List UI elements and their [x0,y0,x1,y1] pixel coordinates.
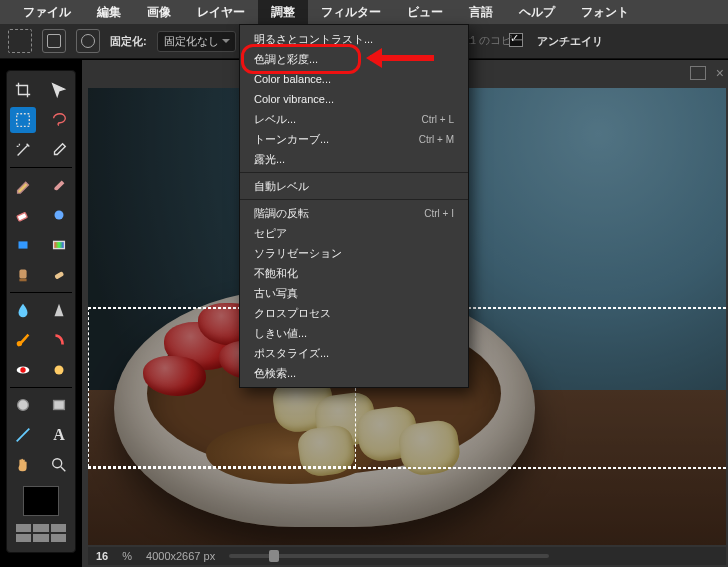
tool-eraser[interactable] [10,202,36,228]
tool-gradient[interactable] [46,232,72,258]
menu-font[interactable]: フォント [568,0,642,24]
menu-item-posterize[interactable]: ポスタライズ... [240,343,468,363]
tool-move[interactable] [46,77,72,103]
selection-edge [88,467,726,469]
tool-clone[interactable] [10,262,36,288]
tool-shape[interactable] [10,392,36,418]
menu-filter[interactable]: フィルター [308,0,394,24]
antialias-label: アンチエイリ [537,34,603,49]
toolbox: A [6,70,76,553]
tool-wand[interactable] [10,137,36,163]
menu-item-oldphoto[interactable]: 古い写真 [240,283,468,303]
zoom-value[interactable]: 16 [96,550,108,562]
tool-smudge[interactable] [46,202,72,228]
tool-picker[interactable] [46,137,72,163]
menu-view[interactable]: ビュー [394,0,456,24]
menu-item-levels[interactable]: レベル...Ctrl + L [240,109,468,129]
svg-point-11 [55,366,64,375]
zoom-slider[interactable] [229,554,549,558]
svg-point-14 [53,459,62,468]
tool-bucket[interactable] [10,232,36,258]
color-swatch[interactable] [23,486,59,516]
tool-brush[interactable] [46,172,72,198]
menubar: ファイル 編集 画像 レイヤー 調整 フィルター ビュー 言語 ヘルプ フォント [0,0,728,24]
svg-rect-5 [19,270,26,279]
menu-item-vibrance[interactable]: Color vibrance... [240,89,468,109]
menu-item-autolevels[interactable]: 自動レベル [240,176,468,196]
adjust-menu: 明るさとコントラスト... 色調と彩度... Color balance... … [239,24,469,388]
tool-sharpen[interactable] [46,297,72,323]
svg-rect-0 [17,114,30,127]
tool-redeye[interactable] [10,357,36,383]
menu-item-desaturate[interactable]: 不飽和化 [240,263,468,283]
tool-hand[interactable] [10,452,36,478]
menu-item-sepia[interactable]: セピア [240,223,468,243]
tool-marquee[interactable] [10,107,36,133]
lock-label: 固定化: [110,34,147,49]
tool-dodge[interactable] [10,327,36,353]
svg-point-12 [18,400,29,411]
panel-float-icon[interactable] [690,66,706,80]
menu-item-curves[interactable]: トーンカーブ...Ctrl + M [240,129,468,149]
menu-adjust[interactable]: 調整 [258,0,308,24]
shape-rect-icon[interactable] [42,29,66,53]
tool-text[interactable]: A [46,422,72,448]
menu-item-exposure[interactable]: 露光... [240,149,468,169]
tool-pencil[interactable] [10,172,36,198]
menu-file[interactable]: ファイル [10,0,84,24]
svg-rect-1 [17,212,27,221]
tool-crop[interactable] [10,77,36,103]
tool-heal[interactable] [46,262,72,288]
status-bar: 16 % 4000x2667 px [88,547,726,565]
menu-item-solarize[interactable]: ソラリゼーション [240,243,468,263]
lock-select[interactable]: 固定化なし [157,31,236,52]
svg-rect-13 [54,401,65,410]
menu-item-color-balance[interactable]: Color balance... [240,69,468,89]
menu-item-crossprocess[interactable]: クロスプロセス [240,303,468,323]
tool-zoom[interactable] [46,452,72,478]
menu-item-threshold[interactable]: しきい値... [240,323,468,343]
image-dims: 4000x2667 px [146,550,215,562]
svg-rect-7 [54,271,64,279]
menu-lang[interactable]: 言語 [456,0,506,24]
svg-point-2 [55,211,64,220]
svg-rect-3 [19,241,28,248]
layout-grid-icon[interactable] [16,524,66,542]
menu-edit[interactable]: 編集 [84,0,134,24]
tool-sponge[interactable] [46,357,72,383]
tool-line[interactable] [10,422,36,448]
menu-item-brightness[interactable]: 明るさとコントラスト... [240,29,468,49]
panel-close-icon[interactable]: × [716,65,724,81]
menu-image[interactable]: 画像 [134,0,184,24]
menu-item-invert[interactable]: 階調の反転Ctrl + I [240,203,468,223]
svg-point-8 [17,341,22,346]
menu-item-hue-sat[interactable]: 色調と彩度... [240,49,468,69]
menu-layer[interactable]: レイヤー [184,0,258,24]
svg-rect-6 [19,279,26,282]
menu-help[interactable]: ヘルプ [506,0,568,24]
svg-point-10 [20,367,25,372]
document-tab-label[interactable]: 1 のコピー [470,33,523,48]
marquee-rect-icon[interactable] [8,29,32,53]
tool-burn[interactable] [46,327,72,353]
tool-blur[interactable] [10,297,36,323]
tool-lasso[interactable] [46,107,72,133]
panel-controls: × [690,60,724,86]
shape-ellipse-icon[interactable] [76,29,100,53]
zoom-unit: % [122,550,132,562]
svg-rect-4 [54,241,65,248]
menu-item-colorlookup[interactable]: 色検索... [240,363,468,383]
tool-rect[interactable] [46,392,72,418]
